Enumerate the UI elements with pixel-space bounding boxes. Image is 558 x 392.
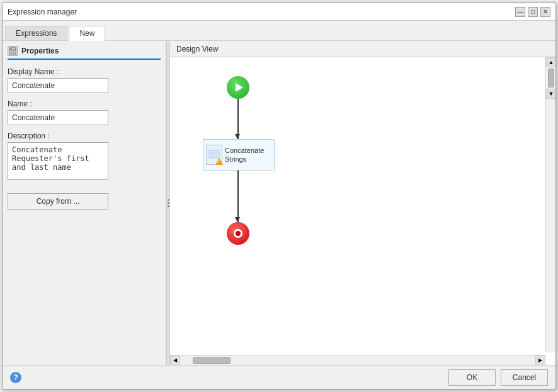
properties-icon <box>8 46 18 56</box>
design-canvas: Concatenate Strings ▲ <box>170 57 555 365</box>
title-bar: Expression manager — □ ✕ <box>3 3 555 21</box>
splitter-dot-3 <box>168 205 169 207</box>
connector-arrow-1 <box>235 134 240 139</box>
content-area: Properties Display Name : Name : Descrip… <box>3 41 555 365</box>
description-label: Description : <box>8 132 161 140</box>
end-node <box>227 222 249 245</box>
end-stop-icon <box>234 229 242 238</box>
name-row: Name : <box>8 99 161 125</box>
window-controls: — □ ✕ <box>515 7 550 17</box>
tab-bar: Expressions New <box>3 21 555 41</box>
design-view-header: Design View <box>170 41 555 57</box>
maximize-button[interactable]: □ <box>528 7 538 17</box>
tab-expressions[interactable]: Expressions <box>5 26 67 40</box>
scroll-thumb-horizontal[interactable] <box>193 357 231 364</box>
scroll-left-button[interactable]: ◀ <box>170 356 180 366</box>
cancel-button[interactable]: Cancel <box>501 369 548 386</box>
left-panel: Properties Display Name : Name : Descrip… <box>3 41 166 365</box>
process-node-icon <box>206 145 222 165</box>
name-label: Name : <box>8 99 161 108</box>
name-input[interactable] <box>8 110 108 125</box>
scroll-right-button[interactable]: ▶ <box>535 356 545 366</box>
display-name-label: Display Name : <box>8 67 161 76</box>
right-panel: Design View <box>170 41 555 365</box>
process-node-label: Concatenate Strings <box>225 146 271 164</box>
warning-triangle <box>215 158 223 165</box>
help-button[interactable]: ? <box>10 372 21 383</box>
scroll-up-button[interactable]: ▲ <box>546 57 555 67</box>
footer-bar: ? OK Cancel <box>3 365 555 389</box>
copy-from-button[interactable]: Copy from ... <box>8 193 108 210</box>
main-window: Expression manager — □ ✕ Expressions New <box>2 3 556 389</box>
footer-left: ? <box>10 372 21 383</box>
splitter-dot-2 <box>168 202 169 204</box>
description-input[interactable]: Concatenate Requester's first and last n… <box>8 142 108 180</box>
connector-line-1 <box>237 99 239 139</box>
warning-icon <box>215 158 223 165</box>
connector-arrow-2 <box>235 217 240 222</box>
properties-header: Properties <box>8 46 161 60</box>
end-stop-inner <box>236 231 241 236</box>
design-view-label: Design View <box>176 45 218 53</box>
close-button[interactable]: ✕ <box>540 7 550 17</box>
scroll-down-button[interactable]: ▼ <box>546 89 555 99</box>
ok-button[interactable]: OK <box>448 369 496 386</box>
properties-label: Properties <box>21 47 59 55</box>
minimize-button[interactable]: — <box>515 7 525 17</box>
process-node[interactable]: Concatenate Strings <box>203 139 275 171</box>
tab-new[interactable]: New <box>69 26 105 41</box>
diagram-container: Concatenate Strings <box>170 57 545 355</box>
scroll-track-vertical <box>546 69 555 87</box>
description-row: Description : Concatenate Requester's fi… <box>8 132 161 182</box>
display-name-row: Display Name : <box>8 67 161 93</box>
connector-line-2 <box>237 171 239 222</box>
start-triangle-icon <box>236 83 243 92</box>
scroll-thumb-vertical[interactable] <box>548 69 554 87</box>
splitter-dot-1 <box>168 199 169 201</box>
svg-rect-5 <box>209 150 219 158</box>
window-title: Expression manager <box>8 8 77 16</box>
copy-from-row: Copy from ... <box>8 188 161 210</box>
footer-buttons: OK Cancel <box>448 369 548 386</box>
horizontal-scrollbar[interactable]: ◀ ▶ <box>170 355 545 365</box>
display-name-input[interactable] <box>8 78 108 93</box>
vertical-scrollbar[interactable]: ▲ ▼ <box>545 57 555 352</box>
start-node <box>227 76 249 99</box>
